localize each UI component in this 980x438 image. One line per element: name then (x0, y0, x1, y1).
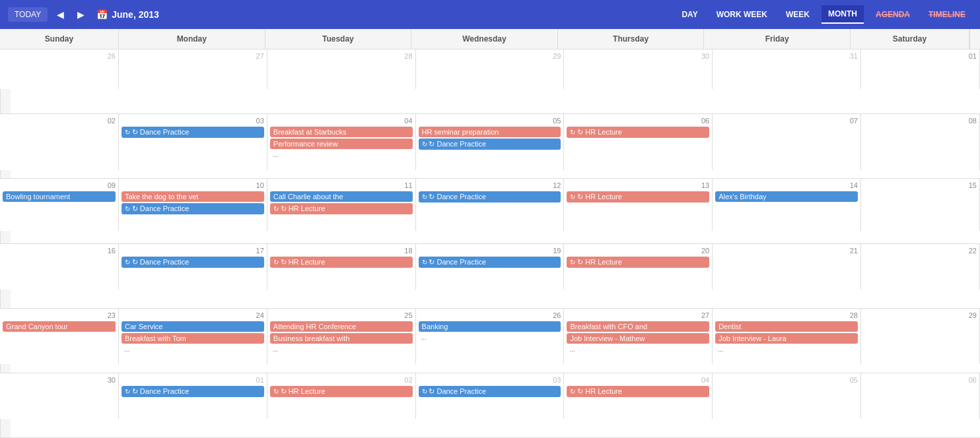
calendar-event[interactable]: ↻ HR Lecture (567, 127, 709, 138)
calendar-event[interactable]: ↻ HR Lecture (270, 386, 413, 397)
calendar-event[interactable]: Grand Canyon tour (3, 321, 116, 332)
day-cell[interactable]: 03↻ Dance Practice (119, 114, 267, 170)
view-month[interactable]: MONTH (822, 5, 864, 24)
more-events-link[interactable]: ... (419, 333, 561, 342)
calendar-event[interactable]: Job Interview - Laura (715, 333, 858, 344)
more-events-link[interactable]: ... (270, 345, 413, 354)
day-cell[interactable]: 09Bowling tournament (0, 179, 119, 231)
day-cell[interactable]: 21 (713, 244, 861, 290)
day-cell[interactable]: 27 (119, 49, 267, 89)
day-cell[interactable]: 06 (861, 373, 980, 420)
calendar-event[interactable]: Call Charlie about the (270, 191, 413, 202)
day-cell[interactable]: 20↻ HR Lecture (564, 244, 713, 290)
day-cell[interactable]: 01 (861, 49, 980, 89)
calendar-icon: 📅 (96, 9, 108, 20)
day-cell[interactable]: 29 (861, 309, 980, 365)
calendar-event[interactable]: Business breakfast with (270, 333, 413, 344)
calendar-event[interactable]: Breakfast with CFO and (567, 321, 709, 332)
more-events-link[interactable]: ... (567, 345, 709, 354)
day-cell[interactable]: 22 (861, 244, 980, 290)
calendar-event[interactable]: ↻ Dance Practice (122, 203, 264, 214)
day-number: 01 (122, 376, 264, 384)
more-events-link[interactable]: ... (122, 345, 264, 354)
view-day[interactable]: DAY (675, 6, 704, 23)
view-week[interactable]: WEEK (779, 6, 816, 23)
day-cell[interactable]: 25Attending HR ConferenceBusiness breakf… (267, 309, 416, 365)
calendar-event[interactable]: Attending HR Conference (270, 321, 413, 332)
calendar-event[interactable]: Banking (419, 321, 561, 332)
day-cell[interactable]: 11Call Charlie about the↻ HR Lecture (267, 179, 416, 231)
calendar-event[interactable]: ↻ Dance Practice (122, 257, 264, 268)
view-agenda[interactable]: AGENDA (869, 6, 917, 23)
calendar-event[interactable]: ↻ HR Lecture (567, 257, 709, 268)
day-cell[interactable]: 06↻ HR Lecture (564, 114, 713, 170)
day-cell[interactable]: 07 (713, 114, 861, 170)
calendar-event[interactable]: ↻ Dance Practice (419, 191, 561, 203)
calendar-event[interactable]: Bowling tournament (3, 191, 116, 202)
week-row-5: 3001↻ Dance Practice02↻ HR Lecture03↻ Da… (0, 373, 980, 438)
day-cell[interactable]: 08 (861, 114, 980, 170)
day-cell[interactable]: 01↻ Dance Practice (119, 373, 267, 420)
day-cell[interactable]: 29 (416, 49, 565, 89)
calendar-event[interactable]: HR seminar preparation (419, 127, 561, 137)
day-cell[interactable]: 26 (0, 49, 119, 89)
more-events-link[interactable]: ... (270, 150, 413, 159)
day-cell[interactable]: 19↻ Dance Practice (416, 244, 565, 290)
calendar-event[interactable]: ↻ HR Lecture (270, 203, 413, 214)
calendar-event[interactable]: ↻ Dance Practice (122, 127, 264, 138)
day-cell[interactable]: 30 (0, 373, 119, 420)
day-cell[interactable]: 17↻ Dance Practice (119, 244, 267, 290)
header-wednesday: Wednesday (411, 29, 558, 49)
day-cell[interactable]: 23Grand Canyon tour (0, 309, 119, 365)
prev-button[interactable]: ◀ (53, 8, 68, 21)
calendar-event[interactable]: ↻ Dance Practice (419, 386, 561, 397)
day-cell[interactable]: 12↻ Dance Practice (416, 179, 565, 231)
calendar-event[interactable]: Alex's Birthday (715, 191, 858, 202)
day-cell[interactable]: 15 (861, 179, 980, 231)
day-cell[interactable]: 31 (713, 49, 861, 89)
day-cell[interactable]: 28 (267, 49, 416, 89)
day-number: 02 (270, 376, 413, 384)
day-cell[interactable]: 14Alex's Birthday (713, 179, 861, 231)
header-sunday: Sunday (0, 29, 119, 49)
day-cell[interactable]: 30 (564, 49, 713, 89)
day-cell[interactable]: 10Take the dog to the vet↻ Dance Practic… (119, 179, 267, 231)
week-row-3: 1617↻ Dance Practice18↻ HR Lecture19↻ Da… (0, 244, 980, 309)
day-cell[interactable]: 28DentistJob Interview - Laura... (713, 309, 861, 365)
day-cell[interactable]: 04Breakfast at StarbucksPerformance revi… (267, 114, 416, 170)
next-button[interactable]: ▶ (73, 8, 88, 21)
header-thursday: Thursday (558, 29, 705, 49)
calendar-event[interactable]: ↻ HR Lecture (567, 191, 709, 203)
day-cell[interactable]: 13↻ HR Lecture (564, 179, 713, 231)
day-number: 28 (715, 311, 858, 319)
day-cell[interactable]: 02↻ HR Lecture (267, 373, 416, 420)
calendar-event[interactable]: Breakfast with Tom (122, 333, 264, 344)
day-cell[interactable]: 03↻ Dance Practice (416, 373, 565, 420)
calendar-event[interactable]: Car Service (122, 321, 264, 332)
calendar-event[interactable]: Dentist (715, 321, 858, 332)
calendar-event[interactable]: ↻ Dance Practice (419, 139, 561, 150)
day-cell[interactable]: 27Breakfast with CFO andJob Interview - … (564, 309, 713, 365)
calendar-event[interactable]: Job Interview - Mathew (567, 333, 709, 344)
day-cell[interactable]: 05 (713, 373, 861, 420)
calendar-event[interactable]: ↻ Dance Practice (419, 257, 561, 268)
day-cell[interactable]: 05HR seminar preparation↻ Dance Practice (416, 114, 565, 170)
calendar-event[interactable]: ↻ HR Lecture (567, 386, 709, 397)
day-cell[interactable]: 26Banking... (416, 309, 565, 365)
calendar-event[interactable]: Take the dog to the vet (122, 191, 264, 202)
day-cell[interactable]: 24Car ServiceBreakfast with Tom... (119, 309, 267, 365)
calendar-event[interactable]: Performance review (270, 139, 413, 149)
day-cell[interactable]: 18↻ HR Lecture (267, 244, 416, 290)
day-number: 26 (3, 52, 116, 60)
calendar-event[interactable]: ↻ HR Lecture (270, 257, 413, 268)
view-timeline[interactable]: TIMELINE (922, 6, 972, 23)
day-cell[interactable]: 04↻ HR Lecture (564, 373, 713, 420)
calendar-event[interactable]: Breakfast at Starbucks (270, 127, 413, 137)
view-workweek[interactable]: WORK WEEK (710, 6, 774, 23)
more-events-link[interactable]: ... (715, 345, 858, 354)
header-tuesday: Tuesday (265, 29, 412, 49)
today-button[interactable]: TODAY (8, 7, 48, 22)
calendar-event[interactable]: ↻ Dance Practice (122, 386, 264, 397)
day-cell[interactable]: 16 (0, 244, 119, 290)
day-cell[interactable]: 02 (0, 114, 119, 170)
